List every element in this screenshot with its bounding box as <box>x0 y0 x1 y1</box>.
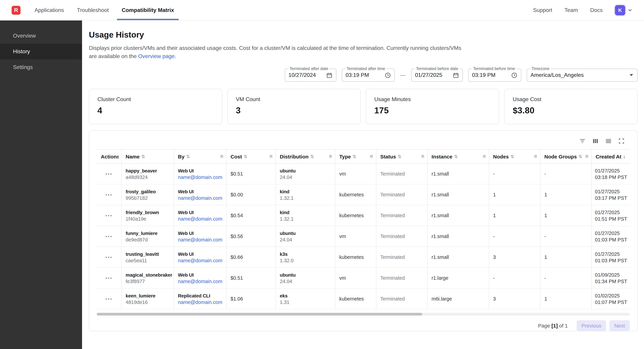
overview-page-link[interactable]: Overview page <box>138 53 174 59</box>
calendar-icon[interactable] <box>326 72 332 78</box>
created-time: 03:18 PM PST <box>595 174 630 180</box>
column-header-node-groups[interactable]: Node Groups⇅≡ <box>540 149 591 163</box>
topbar-right: Support Team Docs K <box>533 5 632 15</box>
page-prefix: Page <box>538 323 550 329</box>
columns-icon[interactable] <box>592 138 599 144</box>
cell-text: Terminated <box>380 192 427 197</box>
row-actions-button[interactable]: ••• <box>97 171 121 177</box>
created-date: 01/09/2025 <box>595 272 630 278</box>
nav-compatibility-matrix[interactable]: Compatibility Matrix <box>115 0 180 20</box>
column-menu-icon[interactable]: ≡ <box>328 153 332 159</box>
cell-text: $1.06 <box>230 296 275 302</box>
cell-text: vm <box>339 275 376 281</box>
cell-text: Terminated <box>380 171 427 177</box>
sort-icon: ⇅ <box>141 154 145 159</box>
range-separator: — <box>400 72 406 78</box>
cell-text: - <box>493 275 540 281</box>
table-header-row: ActionsName⇅By⇅≡Cost⇅≡Distribution⇅≡Type… <box>97 149 630 163</box>
email-link[interactable]: name@domain.com <box>178 216 226 221</box>
filter-icon[interactable] <box>579 138 586 144</box>
email-link[interactable]: name@domain.com <box>178 237 226 242</box>
column-header-cost[interactable]: Cost⇅≡ <box>226 149 276 163</box>
sidebar-item-settings[interactable]: Settings <box>0 59 82 75</box>
table-row: •••trusting_leavittcae5ea11Web UIname@do… <box>97 247 630 268</box>
replicated-logo[interactable]: R <box>12 6 20 14</box>
sidebar-item-history[interactable]: History <box>0 44 82 59</box>
avatar[interactable]: K <box>615 5 625 15</box>
column-header-instance[interactable]: Instance⇅≡ <box>427 149 489 163</box>
nav-applications[interactable]: Applications <box>28 0 70 20</box>
column-menu-icon[interactable]: ≡ <box>420 153 424 159</box>
created-time: 01:03 PM PST <box>595 237 630 242</box>
column-header-distribution[interactable]: Distribution⇅≡ <box>276 149 335 163</box>
column-header-type[interactable]: Type⇅≡ <box>335 149 376 163</box>
sidebar: Overview History Settings <box>0 20 82 349</box>
filter-bar: Terminated after date 10/27/2024 Termina… <box>89 69 638 82</box>
terminated-after-time-field[interactable]: Terminated after time 03:19 PM <box>342 69 395 82</box>
cell-text: $0.56 <box>230 234 275 239</box>
column-label: Nodes <box>493 153 509 159</box>
row-actions-button[interactable]: ••• <box>97 192 121 197</box>
column-header-status[interactable]: Status⇅≡ <box>376 149 427 163</box>
column-header-nodes[interactable]: Nodes⇅≡ <box>489 149 540 163</box>
email-link[interactable]: name@domain.com <box>178 299 226 305</box>
email-link[interactable]: name@domain.com <box>178 174 226 180</box>
clock-icon[interactable] <box>511 72 518 78</box>
density-icon[interactable] <box>605 138 612 144</box>
cell-text: 1 <box>544 296 591 302</box>
cell-text: m6i.large <box>432 296 489 302</box>
column-header-by[interactable]: By⇅≡ <box>174 149 226 163</box>
column-header-created-at[interactable]: Created At↓ <box>591 149 630 163</box>
terminated-after-date-value: 10/27/2024 <box>288 72 324 78</box>
nav-troubleshoot[interactable]: Troubleshoot <box>70 0 115 20</box>
column-menu-icon[interactable]: ≡ <box>481 153 486 159</box>
usage-table: ActionsName⇅By⇅≡Cost⇅≡Distribution⇅≡Type… <box>97 149 630 309</box>
previous-page-button[interactable]: Previous <box>577 320 606 331</box>
scrollbar-thumb[interactable] <box>97 313 422 316</box>
nav-team[interactable]: Team <box>564 7 578 13</box>
row-actions-button[interactable]: ••• <box>97 275 121 281</box>
created-date: 01/27/2025 <box>595 168 630 173</box>
email-link[interactable]: name@domain.com <box>178 195 226 201</box>
terminated-after-time-label: Terminated after time <box>345 66 386 71</box>
terminated-before-time-field[interactable]: Terminated before time 03:19 PM <box>468 69 521 82</box>
created-time: 03:17 PM PST <box>595 195 630 201</box>
row-actions-button[interactable]: ••• <box>97 254 121 260</box>
cell-text: r1.small <box>432 213 489 218</box>
clock-icon[interactable] <box>384 72 391 78</box>
cell-text: Terminated <box>380 234 427 239</box>
horizontal-scrollbar[interactable] <box>97 313 630 316</box>
fullscreen-icon[interactable] <box>618 138 625 144</box>
nav-support[interactable]: Support <box>533 7 552 13</box>
column-menu-icon[interactable]: ≡ <box>532 153 537 159</box>
timezone-label: Timezone <box>530 66 551 71</box>
page-suffix: of 1 <box>559 323 568 329</box>
next-page-button[interactable]: Next <box>610 320 630 331</box>
column-header-name[interactable]: Name⇅ <box>121 149 174 163</box>
cell-secondary-text: 1.32.1 <box>280 216 335 221</box>
email-link[interactable]: name@domain.com <box>178 258 226 263</box>
timezone-select[interactable]: Timezone America/Los_Angeles <box>527 69 638 82</box>
terminated-after-date-field[interactable]: Terminated after date 10/27/2024 <box>285 69 336 82</box>
column-menu-icon[interactable]: ≡ <box>268 153 272 159</box>
stat-value: 3 <box>236 105 352 115</box>
cell-text: r1.small <box>432 254 489 260</box>
column-menu-icon[interactable]: ≡ <box>584 153 588 159</box>
terminated-before-date-field[interactable]: Terminated before date 01/27/2025 <box>411 69 463 82</box>
table-row: •••friendly_brown1f40a19eWeb UIname@doma… <box>97 205 630 226</box>
nav-docs[interactable]: Docs <box>590 7 603 13</box>
account-menu[interactable]: K <box>615 5 632 15</box>
row-actions-button[interactable]: ••• <box>97 234 121 239</box>
column-menu-icon[interactable]: ≡ <box>368 153 373 159</box>
created-date: 01/02/2025 <box>595 293 630 298</box>
email-link[interactable]: name@domain.com <box>178 279 226 284</box>
cell-primary-text: Web UI <box>178 230 226 236</box>
row-actions-button[interactable]: ••• <box>97 296 121 302</box>
cell-primary-text: Web UI <box>178 210 226 215</box>
row-actions-button[interactable]: ••• <box>97 213 121 218</box>
calendar-icon[interactable] <box>452 72 459 78</box>
timezone-value: America/Los_Angeles <box>530 72 628 78</box>
column-menu-icon[interactable]: ≡ <box>219 153 224 159</box>
sidebar-item-overview[interactable]: Overview <box>0 28 82 44</box>
main-content: Usage History Displays prior clusters/VM… <box>82 20 644 349</box>
